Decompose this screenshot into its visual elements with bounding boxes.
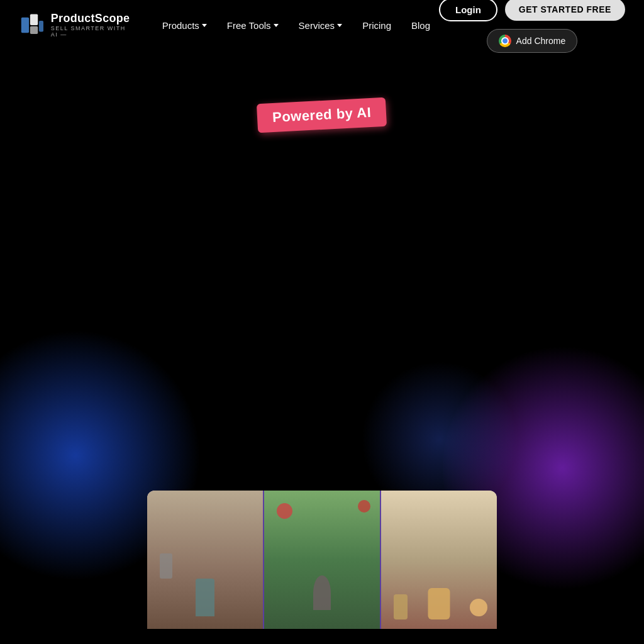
bottom-section [0, 491, 644, 644]
logo-link[interactable]: ProductScope SELL SMARTER WITH AI — [20, 11, 133, 39]
svg-rect-2 [30, 26, 38, 34]
product-image-card [147, 491, 497, 629]
chrome-icon [499, 35, 511, 47]
services-chevron-icon [337, 24, 342, 27]
svg-rect-0 [21, 18, 29, 33]
powered-by-ai-badge: Powered by AI [257, 97, 387, 133]
navbar: ProductScope SELL SMARTER WITH AI — Prod… [0, 0, 644, 50]
brand-tagline: SELL SMARTER WITH AI — [51, 25, 133, 38]
svg-rect-3 [39, 21, 43, 32]
nav-links: Products Free Tools Services Pricing Blo… [153, 15, 439, 36]
nav-actions: Login GET STARTED FREE Add Chrome [439, 0, 625, 53]
nav-services[interactable]: Services [290, 15, 352, 36]
nav-blog[interactable]: Blog [402, 15, 439, 36]
logo-icon [20, 11, 45, 39]
nav-products[interactable]: Products [153, 15, 216, 36]
collage-panel-2 [264, 491, 380, 629]
nav-pricing[interactable]: Pricing [353, 15, 400, 36]
hero-section: Powered by AI [0, 50, 644, 491]
free-tools-chevron-icon [274, 24, 279, 27]
collage-panel-3 [381, 491, 497, 629]
brand-name: ProductScope [51, 13, 133, 25]
get-started-button[interactable]: GET STARTED FREE [505, 0, 625, 21]
collage-panel-1 [147, 491, 263, 629]
svg-rect-1 [30, 14, 38, 25]
logo-text: ProductScope SELL SMARTER WITH AI — [51, 13, 133, 38]
products-chevron-icon [202, 24, 207, 27]
login-button[interactable]: Login [439, 0, 497, 21]
product-collage [147, 491, 497, 629]
nav-free-tools[interactable]: Free Tools [218, 15, 287, 36]
add-chrome-button[interactable]: Add Chrome [487, 29, 578, 53]
nav-actions-row1: Login GET STARTED FREE [439, 0, 625, 21]
